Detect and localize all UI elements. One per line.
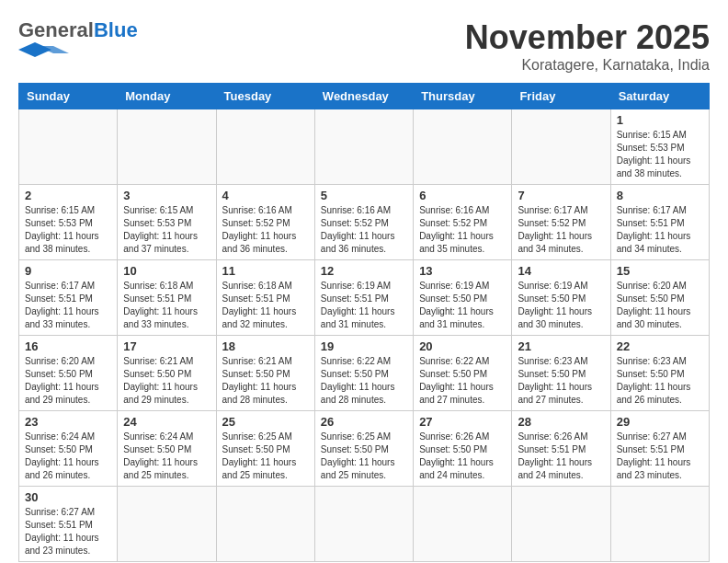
day-info: Sunrise: 6:27 AM Sunset: 5:51 PM Dayligh… <box>617 431 703 482</box>
calendar-cell: 26Sunrise: 6:25 AM Sunset: 5:50 PM Dayli… <box>314 411 413 487</box>
day-info: Sunrise: 6:23 AM Sunset: 5:50 PM Dayligh… <box>617 355 703 407</box>
day-number: 10 <box>123 264 210 278</box>
calendar-cell: 4Sunrise: 6:16 AM Sunset: 5:52 PM Daylig… <box>216 185 314 260</box>
location-subtitle: Koratagere, Karnataka, India <box>465 57 710 74</box>
calendar-cell: 27Sunrise: 6:26 AM Sunset: 5:50 PM Dayli… <box>414 411 512 487</box>
day-number: 28 <box>518 415 604 429</box>
day-header-friday: Friday <box>512 84 610 109</box>
day-info: Sunrise: 6:19 AM Sunset: 5:51 PM Dayligh… <box>321 280 407 331</box>
calendar-cell <box>118 109 216 185</box>
day-info: Sunrise: 6:19 AM Sunset: 5:50 PM Dayligh… <box>419 280 506 331</box>
header: General Blue November 2025 Koratagere, K… <box>18 18 710 74</box>
calendar-cell <box>216 109 314 185</box>
day-header-wednesday: Wednesday <box>314 84 413 109</box>
calendar-cell: 15Sunrise: 6:20 AM Sunset: 5:50 PM Dayli… <box>610 260 709 336</box>
day-info: Sunrise: 6:15 AM Sunset: 5:53 PM Dayligh… <box>617 129 703 180</box>
day-number: 1 <box>617 113 703 127</box>
day-number: 17 <box>123 339 210 353</box>
day-number: 21 <box>518 339 604 353</box>
calendar-cell: 22Sunrise: 6:23 AM Sunset: 5:50 PM Dayli… <box>610 336 709 411</box>
day-info: Sunrise: 6:20 AM Sunset: 5:50 PM Dayligh… <box>617 280 703 331</box>
day-number: 12 <box>321 264 407 278</box>
calendar-week-row: 1Sunrise: 6:15 AM Sunset: 5:53 PM Daylig… <box>19 109 710 185</box>
day-number: 7 <box>518 189 604 202</box>
logo-blue-text: Blue <box>94 18 138 42</box>
day-number: 14 <box>518 264 604 278</box>
day-info: Sunrise: 6:18 AM Sunset: 5:51 PM Dayligh… <box>222 280 309 331</box>
day-info: Sunrise: 6:19 AM Sunset: 5:50 PM Dayligh… <box>518 280 604 331</box>
day-number: 27 <box>419 415 506 429</box>
calendar-cell: 3Sunrise: 6:15 AM Sunset: 5:53 PM Daylig… <box>118 185 216 260</box>
calendar-cell <box>414 109 512 185</box>
day-number: 23 <box>25 415 111 429</box>
day-info: Sunrise: 6:22 AM Sunset: 5:50 PM Dayligh… <box>321 355 407 407</box>
day-number: 5 <box>321 189 407 202</box>
calendar-table: SundayMondayTuesdayWednesdayThursdayFrid… <box>18 83 710 562</box>
day-info: Sunrise: 6:22 AM Sunset: 5:50 PM Dayligh… <box>419 355 506 407</box>
calendar-cell <box>19 109 118 185</box>
day-header-thursday: Thursday <box>414 84 512 109</box>
calendar-cell: 10Sunrise: 6:18 AM Sunset: 5:51 PM Dayli… <box>118 260 216 336</box>
calendar-cell: 18Sunrise: 6:21 AM Sunset: 5:50 PM Dayli… <box>216 336 314 411</box>
logo: General Blue <box>18 18 138 57</box>
calendar-cell: 21Sunrise: 6:23 AM Sunset: 5:50 PM Dayli… <box>512 336 610 411</box>
day-number: 25 <box>222 415 309 429</box>
calendar-cell <box>414 487 512 562</box>
day-number: 26 <box>321 415 407 429</box>
day-number: 15 <box>617 264 703 278</box>
day-number: 13 <box>419 264 506 278</box>
calendar-cell: 20Sunrise: 6:22 AM Sunset: 5:50 PM Dayli… <box>414 336 512 411</box>
calendar-week-row: 9Sunrise: 6:17 AM Sunset: 5:51 PM Daylig… <box>19 260 710 336</box>
calendar-cell: 5Sunrise: 6:16 AM Sunset: 5:52 PM Daylig… <box>314 185 413 260</box>
day-header-tuesday: Tuesday <box>216 84 314 109</box>
day-info: Sunrise: 6:16 AM Sunset: 5:52 PM Dayligh… <box>419 204 506 256</box>
day-info: Sunrise: 6:21 AM Sunset: 5:50 PM Dayligh… <box>123 355 210 407</box>
day-number: 8 <box>617 189 703 202</box>
calendar-cell: 11Sunrise: 6:18 AM Sunset: 5:51 PM Dayli… <box>216 260 314 336</box>
calendar-cell: 2Sunrise: 6:15 AM Sunset: 5:53 PM Daylig… <box>19 185 118 260</box>
calendar-cell <box>314 487 413 562</box>
day-info: Sunrise: 6:17 AM Sunset: 5:51 PM Dayligh… <box>617 204 703 256</box>
day-info: Sunrise: 6:26 AM Sunset: 5:50 PM Dayligh… <box>419 431 506 482</box>
calendar-cell <box>216 487 314 562</box>
day-info: Sunrise: 6:26 AM Sunset: 5:51 PM Dayligh… <box>518 431 604 482</box>
day-number: 9 <box>25 264 111 278</box>
day-number: 16 <box>25 339 111 353</box>
day-info: Sunrise: 6:25 AM Sunset: 5:50 PM Dayligh… <box>321 431 407 482</box>
day-number: 19 <box>321 339 407 353</box>
calendar-cell: 13Sunrise: 6:19 AM Sunset: 5:50 PM Dayli… <box>414 260 512 336</box>
day-header-sunday: Sunday <box>19 84 118 109</box>
day-info: Sunrise: 6:16 AM Sunset: 5:52 PM Dayligh… <box>321 204 407 256</box>
calendar-cell <box>610 487 709 562</box>
day-number: 6 <box>419 189 506 202</box>
day-number: 4 <box>222 189 309 202</box>
day-info: Sunrise: 6:27 AM Sunset: 5:51 PM Dayligh… <box>25 506 111 557</box>
calendar-cell: 17Sunrise: 6:21 AM Sunset: 5:50 PM Dayli… <box>118 336 216 411</box>
day-number: 11 <box>222 264 309 278</box>
calendar-cell <box>512 487 610 562</box>
calendar-week-row: 16Sunrise: 6:20 AM Sunset: 5:50 PM Dayli… <box>19 336 710 411</box>
day-info: Sunrise: 6:21 AM Sunset: 5:50 PM Dayligh… <box>222 355 309 407</box>
day-info: Sunrise: 6:17 AM Sunset: 5:51 PM Dayligh… <box>25 280 111 331</box>
calendar-cell: 29Sunrise: 6:27 AM Sunset: 5:51 PM Dayli… <box>610 411 709 487</box>
day-info: Sunrise: 6:15 AM Sunset: 5:53 PM Dayligh… <box>123 204 210 256</box>
calendar-cell: 1Sunrise: 6:15 AM Sunset: 5:53 PM Daylig… <box>610 109 709 185</box>
calendar-cell: 8Sunrise: 6:17 AM Sunset: 5:51 PM Daylig… <box>610 185 709 260</box>
day-info: Sunrise: 6:24 AM Sunset: 5:50 PM Dayligh… <box>25 431 111 482</box>
title-section: November 2025 Koratagere, Karnataka, Ind… <box>465 18 710 74</box>
calendar-cell: 16Sunrise: 6:20 AM Sunset: 5:50 PM Dayli… <box>19 336 118 411</box>
day-info: Sunrise: 6:18 AM Sunset: 5:51 PM Dayligh… <box>123 280 210 331</box>
day-info: Sunrise: 6:17 AM Sunset: 5:52 PM Dayligh… <box>518 204 604 256</box>
calendar-cell: 14Sunrise: 6:19 AM Sunset: 5:50 PM Dayli… <box>512 260 610 336</box>
day-number: 2 <box>25 189 111 202</box>
day-number: 24 <box>123 415 210 429</box>
day-info: Sunrise: 6:23 AM Sunset: 5:50 PM Dayligh… <box>518 355 604 407</box>
calendar-cell: 12Sunrise: 6:19 AM Sunset: 5:51 PM Dayli… <box>314 260 413 336</box>
day-number: 3 <box>123 189 210 202</box>
day-number: 18 <box>222 339 309 353</box>
calendar-cell: 6Sunrise: 6:16 AM Sunset: 5:52 PM Daylig… <box>414 185 512 260</box>
calendar-cell <box>314 109 413 185</box>
logo-general-text: General <box>18 18 94 42</box>
calendar-cell <box>512 109 610 185</box>
calendar-cell: 9Sunrise: 6:17 AM Sunset: 5:51 PM Daylig… <box>19 260 118 336</box>
